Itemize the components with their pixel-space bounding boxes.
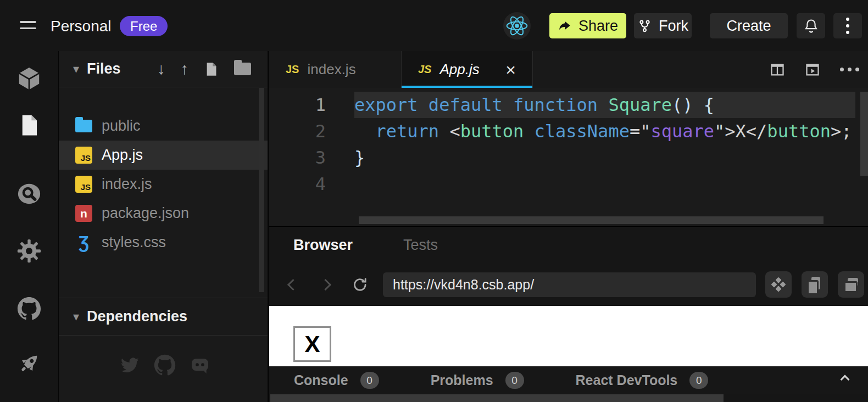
file-name: package.json (102, 205, 189, 222)
settings-gear-icon[interactable] (16, 238, 42, 264)
dependencies-title: Dependencies (87, 308, 187, 325)
line-number: 2 (269, 118, 354, 144)
file-name: index.js (102, 176, 152, 193)
bell-icon (803, 18, 820, 35)
line-number: 3 (269, 144, 354, 171)
console-bar: Console0Problems0React DevTools0 (269, 366, 868, 394)
file-name: public (102, 118, 141, 135)
file-name: styles.css (102, 234, 166, 251)
share-label: Share (578, 18, 618, 35)
menu-icon[interactable] (20, 21, 36, 34)
file-list: publicJSApp.jsJSindex.jsnpackage.jsonƷst… (59, 111, 268, 257)
search-icon[interactable] (16, 181, 42, 207)
browser-preview: X (269, 306, 868, 366)
sandbox-cube-icon[interactable] (16, 65, 42, 92)
console-tab-label: Problems (431, 372, 493, 388)
new-folder-icon[interactable] (234, 63, 251, 75)
explorer-scrollbar[interactable] (259, 88, 264, 292)
file-name: App.js (102, 147, 143, 164)
tab-more-options-icon[interactable] (840, 68, 859, 71)
code-editor[interactable]: 1export default function Square() {2 ret… (269, 88, 868, 226)
split-view-icon[interactable] (770, 62, 785, 77)
chevron-down-icon[interactable]: ▾ (73, 62, 79, 76)
more-options-button[interactable] (833, 13, 862, 38)
github-link-icon[interactable] (154, 354, 176, 376)
preview-window-icon[interactable] (805, 62, 820, 77)
files-panel-icon[interactable] (16, 112, 42, 138)
code-line-4[interactable]: 4 (269, 171, 868, 197)
editor-vertical-scrollbar[interactable] (860, 92, 868, 176)
preview-tab-tests[interactable]: Tests (403, 237, 438, 254)
preview-tab-browser[interactable]: Browser (293, 237, 353, 254)
bottom-scrollbar (269, 394, 868, 402)
rocket-icon[interactable] (16, 350, 42, 377)
components-button[interactable] (765, 271, 792, 298)
js-file-icon: JS (418, 63, 431, 76)
chevron-down-icon: ▾ (73, 310, 79, 324)
fork-icon (637, 19, 652, 34)
react-template-icon[interactable] (503, 12, 531, 40)
fork-label: Fork (659, 18, 688, 35)
discord-icon[interactable] (189, 354, 211, 376)
code-line-3[interactable]: 3} (269, 144, 868, 171)
editor-tab-bar: JSindex.jsJSApp.js× (269, 51, 868, 88)
preview-panel: BrowserTests https://vkd4n8.csb.app/ X (269, 226, 868, 402)
code-line-2[interactable]: 2 return <button className="square">X</b… (269, 118, 868, 144)
console-tab-react-devtools[interactable]: React DevTools0 (576, 372, 709, 389)
editor-horizontal-scrollbar[interactable] (359, 216, 824, 224)
code-lines: 1export default function Square() {2 ret… (269, 88, 868, 197)
folder-icon (75, 120, 92, 132)
upload-icon[interactable]: ↑ (181, 60, 189, 78)
plan-badge: Free (120, 16, 168, 36)
share-button[interactable]: Share (549, 13, 626, 38)
windows-stack-icon (843, 276, 859, 293)
notifications-button[interactable] (797, 13, 825, 38)
tab-label: index.js (307, 61, 355, 78)
dependencies-header[interactable]: ▾ Dependencies (59, 298, 268, 336)
file-row-styles.css[interactable]: Ʒstyles.css (59, 228, 268, 257)
open-in-new-window-button[interactable] (838, 271, 864, 298)
console-tab-problems[interactable]: Problems0 (431, 372, 524, 389)
square-x-button[interactable]: X (293, 326, 331, 362)
count-badge: 0 (360, 372, 379, 389)
code-text: return <button className="square">X</but… (354, 118, 855, 144)
back-icon[interactable] (287, 278, 299, 290)
file-row-public[interactable]: public (59, 111, 268, 141)
console-tab-label: Console (294, 372, 348, 388)
social-links (119, 354, 211, 376)
code-text: } (354, 144, 855, 171)
activity-bar (0, 51, 59, 402)
responsive-mode-button[interactable] (802, 271, 828, 298)
files-header: ▾ Files ↓ ↑ (59, 51, 268, 87)
codesandbox-app: Personal Free Share Fork Create (0, 0, 868, 402)
bottom-scrollbar-thumb[interactable] (270, 394, 724, 402)
download-icon[interactable]: ↓ (157, 60, 165, 78)
twitter-icon[interactable] (119, 354, 141, 376)
css-file-icon: Ʒ (75, 234, 92, 251)
new-file-icon[interactable] (204, 61, 219, 77)
devices-icon (806, 276, 823, 293)
github-icon[interactable] (16, 295, 42, 322)
url-input[interactable]: https://vkd4n8.csb.app/ (383, 272, 756, 297)
js-file-icon: JS (75, 147, 92, 164)
code-line-1[interactable]: 1export default function Square() { (269, 92, 868, 118)
js-file-icon: JS (286, 63, 299, 76)
workspace-name[interactable]: Personal (51, 18, 112, 35)
file-row-index.js[interactable]: JSindex.js (59, 170, 268, 199)
console-tab-console[interactable]: Console0 (294, 372, 379, 389)
fork-button[interactable]: Fork (634, 13, 692, 38)
editor-tab-index.js[interactable]: JSindex.js (269, 51, 401, 88)
files-title: Files (87, 60, 121, 77)
refresh-icon[interactable] (352, 276, 369, 293)
create-button[interactable]: Create (710, 13, 788, 38)
js-file-icon: JS (75, 176, 92, 193)
file-row-package.json[interactable]: npackage.json (59, 199, 268, 228)
share-icon (558, 19, 572, 33)
close-icon[interactable]: × (505, 61, 516, 79)
console-tab-label: React DevTools (576, 372, 678, 388)
editor-tab-App.js[interactable]: JSApp.js× (401, 51, 533, 88)
count-badge: 0 (689, 372, 708, 389)
file-row-App.js[interactable]: JSApp.js (59, 141, 268, 170)
forward-icon[interactable] (320, 278, 331, 290)
line-number: 1 (269, 92, 354, 118)
